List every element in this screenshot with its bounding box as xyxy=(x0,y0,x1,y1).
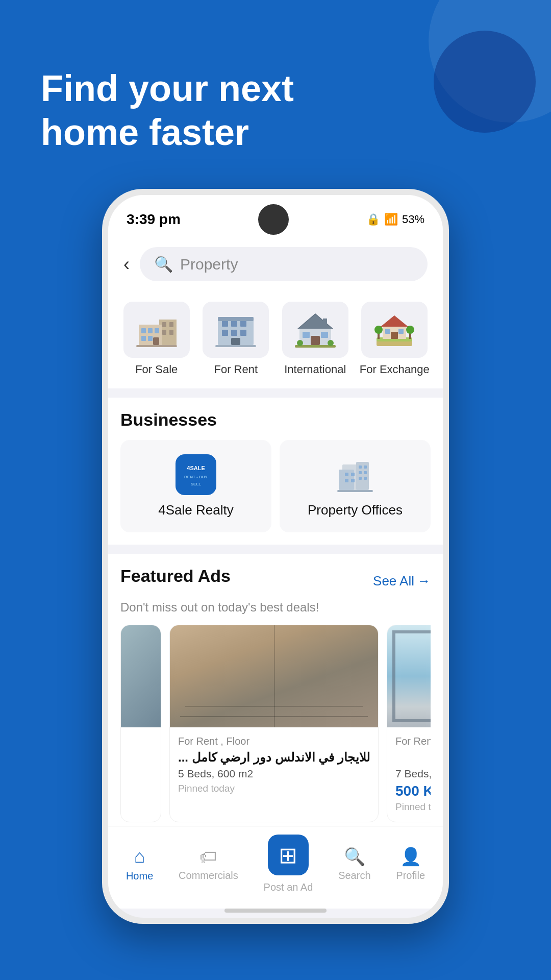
svg-rect-26 xyxy=(303,332,310,338)
svg-text:4SALE: 4SALE xyxy=(187,465,205,471)
nav-home-label: Home xyxy=(126,870,153,882)
front-camera xyxy=(258,204,289,235)
nav-post-ad[interactable]: ⊞ Post an Ad xyxy=(264,835,313,893)
nav-profile-label: Profile xyxy=(396,870,425,881)
for-rent-image xyxy=(203,302,269,358)
svg-point-31 xyxy=(297,340,303,346)
svg-text:RENT • BUY: RENT • BUY xyxy=(184,475,208,479)
ad-card-partial[interactable] xyxy=(120,625,161,822)
svg-rect-8 xyxy=(155,328,159,333)
nav-profile[interactable]: 👤 Profile xyxy=(396,846,425,881)
post-ad-plus-icon: ⊞ xyxy=(279,842,297,868)
nav-search-label: Search xyxy=(338,870,370,881)
svg-rect-15 xyxy=(231,321,237,327)
svg-rect-60 xyxy=(364,477,367,480)
see-all-label: See All xyxy=(373,573,414,589)
post-ad-button[interactable]: ⊞ xyxy=(268,835,309,875)
ads-scroll: For Rent , Floor للايجار في الاندلس دور … xyxy=(120,625,431,824)
svg-rect-28 xyxy=(311,336,320,345)
for-rent-label: For Rent xyxy=(214,363,258,376)
nav-commercials-label: Commercials xyxy=(179,870,238,881)
search-icon: 🔍 xyxy=(154,255,173,273)
search-bar-container: ‹ 🔍 Property xyxy=(108,240,443,291)
see-all-button[interactable]: See All → xyxy=(373,573,431,589)
ad-1-details: 5 Beds, 600 m2 xyxy=(178,768,370,780)
for-exchange-label: For Exchange xyxy=(360,363,430,376)
nav-commercials[interactable]: 🏷 Commercials xyxy=(179,847,238,881)
category-for-rent[interactable]: For Rent xyxy=(200,302,272,376)
international-image xyxy=(282,302,348,358)
svg-rect-10 xyxy=(148,336,153,341)
ad-card-1[interactable]: For Rent , Floor للايجار في الاندلس دور … xyxy=(169,625,379,822)
svg-rect-20 xyxy=(218,317,254,321)
svg-rect-6 xyxy=(141,328,146,333)
svg-point-43 xyxy=(406,326,414,334)
svg-rect-56 xyxy=(364,465,367,469)
property-offices-name: Property Offices xyxy=(308,502,403,518)
svg-rect-7 xyxy=(148,328,153,333)
back-button[interactable]: ‹ xyxy=(123,254,130,275)
svg-rect-4 xyxy=(169,330,173,335)
svg-marker-36 xyxy=(381,315,408,327)
svg-rect-1 xyxy=(162,322,166,327)
category-for-exchange[interactable]: For Exchange xyxy=(359,302,431,376)
svg-rect-3 xyxy=(162,330,166,335)
property-offices-logo xyxy=(335,454,375,495)
ad-2-type: For Rent , Chalet xyxy=(395,736,431,747)
ad-2-info: For Rent , Chalet للعائلات فقط 7 Beds, 5… xyxy=(387,727,431,822)
ad-1-pinned: Pinned today xyxy=(178,783,370,794)
svg-rect-14 xyxy=(222,321,228,327)
search-placeholder: Property xyxy=(180,256,238,273)
ad-card-2[interactable]: For Rent , Chalet للعائلات فقط 7 Beds, 5… xyxy=(387,625,431,822)
businesses-grid: 4SALE RENT • BUY SELL 4Sale Realty xyxy=(120,440,431,532)
nav-search[interactable]: 🔍 Search xyxy=(338,846,370,881)
ad-2-title: للعائلات فقط xyxy=(395,750,431,765)
search-nav-icon: 🔍 xyxy=(344,846,365,867)
search-bar[interactable]: 🔍 Property xyxy=(140,247,428,281)
svg-rect-52 xyxy=(345,479,348,482)
svg-rect-53 xyxy=(351,479,355,482)
ad-2-price: 500 KWD xyxy=(395,783,431,799)
wifi-icon: 📶 xyxy=(384,213,398,226)
home-icon: ⌂ xyxy=(134,846,145,867)
category-international[interactable]: International xyxy=(279,302,352,376)
svg-rect-59 xyxy=(359,477,362,480)
ad-1-title: للايجار في الاندلس دور ارضي كامل ... xyxy=(178,750,370,765)
svg-rect-12 xyxy=(136,345,177,347)
svg-rect-19 xyxy=(240,330,246,336)
home-indicator xyxy=(224,909,327,913)
svg-rect-11 xyxy=(153,337,159,345)
featured-header: Featured Ads See All → xyxy=(120,566,431,596)
for-exchange-image xyxy=(361,302,428,358)
commercials-icon: 🏷 xyxy=(199,847,217,867)
hero-headline: Find your next home faster xyxy=(41,66,337,155)
businesses-title: Businesses xyxy=(120,410,431,430)
svg-rect-55 xyxy=(359,465,362,469)
status-bar: 3:39 pm 🔒 📶 53% xyxy=(108,195,443,240)
svg-rect-50 xyxy=(345,473,348,476)
svg-rect-17 xyxy=(222,330,228,336)
business-4sale-realty[interactable]: 4SALE RENT • BUY SELL 4Sale Realty xyxy=(120,440,271,532)
category-grid: For Sale xyxy=(120,302,431,376)
status-time: 3:39 pm xyxy=(127,211,181,228)
svg-point-41 xyxy=(374,326,383,334)
category-section: For Sale xyxy=(108,291,443,388)
nav-home[interactable]: ⌂ Home xyxy=(126,846,153,882)
ad-1-type: For Rent , Floor xyxy=(178,736,370,747)
ad-2-details: 7 Beds, 500 m2 xyxy=(395,768,431,780)
content-area: For Sale xyxy=(108,291,443,826)
profile-icon: 👤 xyxy=(400,846,421,867)
svg-rect-58 xyxy=(364,471,367,474)
svg-rect-54 xyxy=(356,462,369,490)
category-for-sale[interactable]: For Sale xyxy=(120,302,193,376)
svg-rect-29 xyxy=(323,318,327,327)
4sale-logo: 4SALE RENT • BUY SELL xyxy=(176,454,216,495)
battery-text: 53% xyxy=(402,213,424,226)
for-sale-image xyxy=(123,302,190,358)
featured-ads-title: Featured Ads xyxy=(120,566,231,586)
svg-rect-9 xyxy=(141,336,146,341)
ad-2-pinned: Pinned today xyxy=(395,801,431,813)
svg-point-32 xyxy=(328,340,334,346)
featured-ads-section: Featured Ads See All → Don't miss out on… xyxy=(108,554,443,826)
business-property-offices[interactable]: Property Offices xyxy=(280,440,431,532)
